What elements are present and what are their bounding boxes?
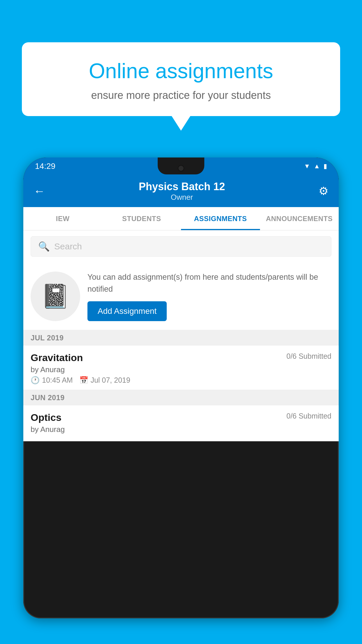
search-icon: 🔍 [38, 241, 50, 252]
add-assignment-section: 📓 You can add assignment(s) from here an… [23, 262, 339, 330]
assignment-icon-circle: 📓 [31, 272, 80, 321]
assignment-date: 📅 Jul 07, 2019 [79, 376, 130, 384]
tabs-bar: IEW STUDENTS ASSIGNMENTS ANNOUNCEMENTS [23, 207, 339, 230]
month-separator-jul: JUL 2019 [23, 330, 339, 346]
status-icons: ▼ ▲ ▮ [304, 162, 327, 170]
speech-bubble-subtitle: ensure more practice for your students [39, 89, 323, 102]
phone-outer: 14:29 ▼ ▲ ▮ ← Physics Batch 12 Owner ⚙ I… [23, 158, 339, 618]
status-time: 14:29 [35, 162, 55, 171]
notebook-icon: 📓 [41, 283, 70, 310]
speech-bubble: Online assignments ensure more practice … [22, 42, 340, 116]
search-placeholder: Search [54, 242, 82, 251]
app-content: 🔍 Search 📓 You can add assignment(s) fro… [23, 230, 339, 441]
assignment-name: Gravitation [31, 352, 83, 363]
tab-announcements[interactable]: ANNOUNCEMENTS [260, 207, 339, 230]
settings-icon[interactable]: ⚙ [319, 185, 328, 197]
assignment-name-optics: Optics [31, 412, 61, 423]
assignment-meta: 🕐 10:45 AM 📅 Jul 07, 2019 [31, 376, 331, 384]
header-subtitle: Owner [139, 193, 225, 202]
assignment-item-header: Gravitation 0/6 Submitted [31, 352, 331, 363]
front-camera [178, 165, 184, 172]
add-assignment-button[interactable]: Add Assignment [87, 301, 167, 321]
speech-bubble-title: Online assignments [39, 58, 323, 83]
header-title: Physics Batch 12 [139, 181, 225, 193]
signal-icon: ▲ [314, 162, 320, 170]
speech-bubble-arrow [172, 116, 190, 131]
tab-overview[interactable]: IEW [23, 207, 102, 230]
assignment-info: You can add assignment(s) from here and … [87, 271, 331, 321]
search-container: 🔍 Search [23, 230, 339, 262]
assignment-by: by Anurag [31, 365, 331, 374]
tab-assignments[interactable]: ASSIGNMENTS [181, 207, 260, 230]
battery-icon: ▮ [324, 162, 327, 170]
phone-wrapper: 14:29 ▼ ▲ ▮ ← Physics Batch 12 Owner ⚙ I… [23, 158, 339, 644]
assignment-description: You can add assignment(s) from here and … [87, 271, 331, 295]
header-title-block: Physics Batch 12 Owner [139, 181, 225, 202]
assignment-submitted-optics: 0/6 Submitted [287, 412, 331, 420]
wifi-icon: ▼ [304, 162, 310, 170]
search-bar[interactable]: 🔍 Search [31, 236, 331, 257]
assignment-item-optics[interactable]: Optics 0/6 Submitted by Anurag [23, 405, 339, 441]
tab-students[interactable]: STUDENTS [102, 207, 181, 230]
assignment-item-gravitation[interactable]: Gravitation 0/6 Submitted by Anurag 🕐 10… [23, 346, 339, 390]
assignment-by-optics: by Anurag [31, 425, 331, 434]
calendar-icon: 📅 [79, 376, 88, 384]
assignment-time: 🕐 10:45 AM [31, 376, 73, 384]
phone-notch [158, 158, 204, 174]
back-button[interactable]: ← [34, 185, 45, 198]
assignment-item-header-optics: Optics 0/6 Submitted [31, 412, 331, 423]
assignment-submitted: 0/6 Submitted [287, 352, 331, 360]
app-header: ← Physics Batch 12 Owner ⚙ [23, 175, 339, 207]
clock-icon: 🕐 [31, 376, 40, 384]
month-separator-jun: JUN 2019 [23, 390, 339, 405]
speech-bubble-container: Online assignments ensure more practice … [22, 42, 340, 131]
